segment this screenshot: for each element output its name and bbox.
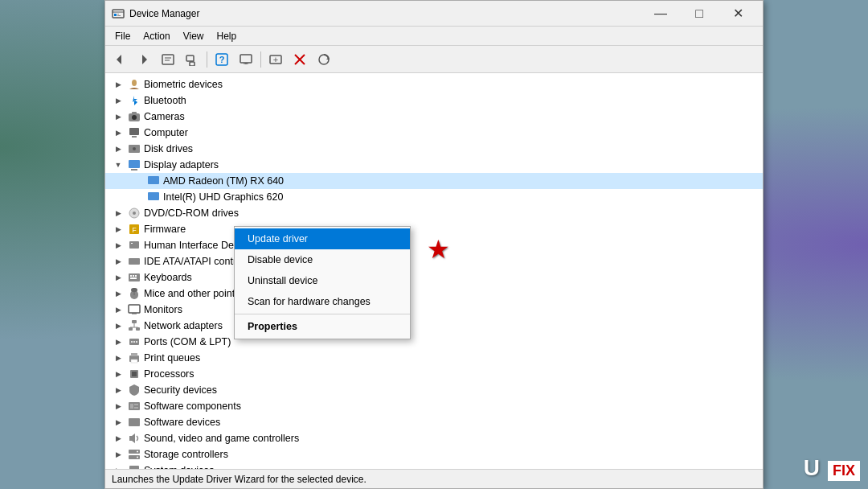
context-menu-uninstall-device[interactable]: Uninstall device (235, 270, 410, 291)
icon-ports (128, 335, 141, 348)
expand-amd (131, 175, 144, 187)
tree-item-softwarecomp[interactable]: ▶ Software components (105, 398, 763, 414)
svg-rect-52 (132, 320, 137, 323)
tree-item-keyboards[interactable]: ▶ Keyboards (105, 269, 763, 286)
expand-ide[interactable]: ▶ (112, 255, 125, 268)
tree-item-sound[interactable]: ▶ Sound, video and game controllers (105, 430, 763, 446)
svg-rect-4 (117, 15, 121, 16)
svg-rect-50 (129, 305, 140, 313)
icon-sound (128, 432, 141, 445)
tree-item-hid[interactable]: ▶ Human Interface Devices (105, 237, 763, 253)
forward-button[interactable] (133, 49, 155, 70)
expand-cameras[interactable]: ▶ (112, 110, 125, 123)
icon-cameras (128, 110, 141, 123)
minimize-button[interactable]: — (642, 1, 679, 27)
tree-item-network[interactable]: ▶ Network adapters (105, 318, 763, 334)
menu-view[interactable]: View (177, 29, 211, 43)
devices-button[interactable] (181, 49, 203, 70)
expand-computer[interactable]: ▶ (112, 126, 125, 139)
expand-hid[interactable]: ▶ (112, 239, 125, 252)
context-menu-properties[interactable]: Properties (235, 316, 410, 337)
expand-biometric[interactable]: ▶ (112, 78, 125, 91)
expand-processors[interactable]: ▶ (112, 368, 125, 380)
tree-item-processors[interactable]: ▶ Processors (105, 366, 763, 382)
scan-toolbar-button[interactable] (313, 49, 335, 70)
menu-bar: File Action View Help (105, 27, 763, 46)
status-bar: Launches the Update Driver Wizard for th… (105, 469, 763, 488)
tree-item-biometric[interactable]: ▶ Biometric devices (105, 76, 763, 92)
monitor-toolbar-button[interactable] (235, 49, 257, 70)
tree-item-disk[interactable]: ▶ Disk drives (105, 141, 763, 157)
menu-file[interactable]: File (108, 29, 137, 43)
help-toolbar-button[interactable]: ? (211, 49, 233, 70)
expand-keyboards[interactable]: ▶ (112, 271, 125, 284)
svg-rect-40 (131, 243, 133, 244)
expand-softwarecomp[interactable]: ▶ (112, 400, 125, 413)
expand-system[interactable]: ▶ (112, 464, 125, 469)
label-storage: Storage controllers (144, 449, 763, 460)
tree-item-firmware[interactable]: ▶ F Firmware (105, 221, 763, 237)
label-security: Security devices (144, 384, 763, 396)
svg-rect-14 (240, 55, 252, 63)
svg-point-59 (131, 341, 133, 343)
icon-amd (147, 175, 160, 187)
expand-firmware[interactable]: ▶ (112, 223, 125, 236)
context-menu-update-driver[interactable]: Update driver (235, 228, 410, 249)
tree-item-computer[interactable]: ▶ Computer (105, 125, 763, 141)
expand-display[interactable]: ▼ (112, 158, 125, 171)
label-processors: Processors (144, 368, 763, 380)
svg-rect-2 (114, 14, 117, 16)
icon-dvd (128, 207, 141, 220)
tree-item-storage[interactable]: ▶ Storage controllers (105, 446, 763, 462)
uninstall-toolbar-button[interactable] (289, 49, 311, 70)
tree-item-display[interactable]: ▼ Display adapters (105, 157, 763, 173)
expand-monitors[interactable]: ▶ (112, 303, 125, 316)
close-button[interactable]: ✕ (719, 1, 756, 27)
tree-item-ports[interactable]: ▶ Ports (COM & LPT) (105, 334, 763, 350)
context-menu-disable-device[interactable]: Disable device (235, 249, 410, 270)
tree-item-dvd[interactable]: ▶ DVD/CD-ROM drives (105, 205, 763, 221)
tree-item-system[interactable]: ▶ System devices (105, 462, 763, 469)
tree-item-intel[interactable]: Intel(R) UHD Graphics 620 (105, 189, 763, 205)
tree-item-mice[interactable]: ▶ Mice and other pointing devices (105, 286, 763, 302)
expand-mice[interactable]: ▶ (112, 287, 125, 300)
tree-item-ide[interactable]: ▶ IDE ATA/ATAPI controllers (105, 253, 763, 269)
expand-sound[interactable]: ▶ (112, 432, 125, 445)
expand-ports[interactable]: ▶ (112, 335, 125, 348)
expand-softwaredev[interactable]: ▶ (112, 416, 125, 429)
device-tree[interactable]: ▶ Biometric devices ▶ Bluetooth ▶ (105, 73, 763, 469)
expand-network[interactable]: ▶ (112, 319, 125, 332)
maximize-button[interactable]: □ (681, 1, 718, 27)
menu-action[interactable]: Action (137, 29, 176, 43)
expand-disk[interactable]: ▶ (112, 142, 125, 155)
tree-item-monitors[interactable]: ▶ Monitors (105, 302, 763, 318)
icon-storage (128, 448, 141, 461)
svg-point-23 (132, 80, 137, 86)
tree-item-cameras[interactable]: ▶ Cameras (105, 109, 763, 125)
tree-item-print[interactable]: ▶ Print queues (105, 350, 763, 366)
expand-security[interactable]: ▶ (112, 384, 125, 397)
svg-rect-54 (136, 327, 140, 331)
tree-item-security[interactable]: ▶ Security devices (105, 382, 763, 398)
expand-dvd[interactable]: ▶ (112, 207, 125, 220)
toolbar-separator-2 (260, 51, 261, 68)
context-menu-scan-hardware[interactable]: Scan for hardware changes (235, 291, 410, 312)
expand-bluetooth[interactable]: ▶ (112, 94, 125, 107)
svg-point-25 (132, 115, 137, 120)
back-button[interactable] (108, 49, 131, 70)
label-print: Print queues (144, 352, 763, 364)
tree-item-softwaredev[interactable]: ▶ Software devices (105, 414, 763, 430)
svg-rect-43 (130, 275, 132, 277)
label-sound: Sound, video and game controllers (144, 433, 763, 444)
icon-bluetooth (128, 94, 141, 107)
icon-softwaredev (128, 416, 141, 429)
expand-print[interactable]: ▶ (112, 351, 125, 364)
tree-item-bluetooth[interactable]: ▶ Bluetooth (105, 92, 763, 109)
expand-storage[interactable]: ▶ (112, 448, 125, 461)
svg-point-30 (133, 147, 136, 150)
menu-help[interactable]: Help (211, 29, 244, 43)
window-title: Device Manager (129, 8, 642, 19)
properties-toolbar-button[interactable] (157, 49, 179, 70)
tree-item-amd[interactable]: AMD Radeon (TM) RX 640 (105, 173, 763, 189)
add-driver-button[interactable]: + (264, 49, 287, 70)
